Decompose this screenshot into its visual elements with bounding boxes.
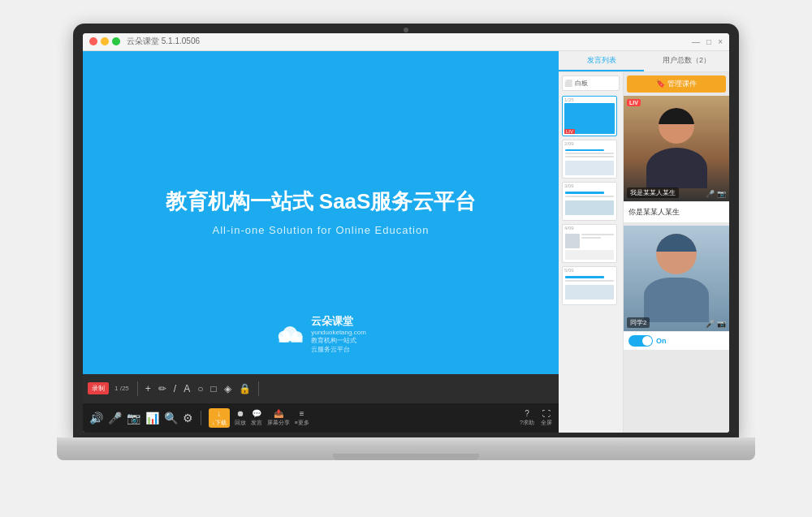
toolbar-settings-item[interactable]: ⚙: [183, 411, 193, 424]
page-indicator: 1 /25: [114, 385, 129, 392]
person-2-hat: [656, 234, 697, 252]
toolbar-zoom-item[interactable]: 🔍: [164, 411, 178, 424]
slide-display: 教育机构一站式 SaaS服务云平台 All-in-one Solution fo…: [83, 51, 559, 374]
whiteboard-button[interactable]: ⬜ 白板: [562, 75, 620, 91]
circle-icon[interactable]: ○: [195, 383, 205, 394]
slide-thumb-1[interactable]: 1/25 LIV: [562, 96, 617, 136]
participant-name-1: 我是某某人某生: [627, 187, 679, 198]
thumb-num-2: 2/09: [563, 140, 616, 147]
logo-text: 云朵课堂 yunduoketang.com 教育机构一站式 云服务云平台: [311, 314, 366, 354]
chat-icon: 💬: [252, 409, 261, 418]
lock-icon[interactable]: 🔒: [236, 383, 253, 394]
thumb-gray-2: [565, 153, 614, 154]
toolbar-stats-item[interactable]: 📊: [145, 411, 159, 424]
recording-button[interactable]: 录制: [88, 382, 109, 394]
participants-area: 🔖 管理课件: [624, 72, 729, 433]
person-2-head: [656, 234, 697, 274]
slide-thumb-5[interactable]: 5/09: [562, 266, 617, 305]
bottom-toolbar: 🔊 🎤 📷 📊 🔍: [83, 403, 559, 433]
slide-sub-title: All-in-one Solution for Online Education: [213, 224, 430, 236]
close-icon[interactable]: ×: [718, 37, 723, 46]
thumb-num-1: 1/25: [563, 97, 616, 103]
slide-main-title: 教育机构一站式 SaaS服务云平台: [166, 188, 477, 216]
logo-desc-1: 教育机构一站式: [311, 336, 366, 345]
more-icon: ≡: [300, 409, 304, 418]
whiteboard-icon: ⬜: [564, 80, 572, 87]
toggle-label: On: [656, 337, 667, 345]
toolbar-divider-1: [137, 381, 138, 396]
thumb-text-4: [581, 234, 614, 248]
cam-status-icon-2: 📷: [717, 320, 726, 328]
slide-logo-area: 云朵课堂 yunduoketang.com 教育机构一站式 云服务云平台: [275, 314, 366, 354]
drawing-toolbar: 录制 1 /25 + ✏ / A ○ □ ◈ 🔒: [83, 374, 559, 403]
thumb-num-3: 3/09: [563, 183, 616, 189]
laptop-wrapper: 云朵课堂 5.1.1.0506 — □ × 教育机构一站式 SaaS服务云平台: [57, 24, 755, 494]
draw-icon[interactable]: +: [143, 383, 153, 394]
thumb-face-4: [565, 234, 580, 248]
maximize-window-btn[interactable]: [112, 37, 120, 45]
chat-message: 你是某某人某生: [624, 201, 729, 222]
toolbar-playback-item[interactable]: ⏺ 回放: [235, 409, 246, 427]
screen-inner: 云朵课堂 5.1.1.0506 — □ × 教育机构一站式 SaaS服务云平台: [83, 33, 729, 433]
thumb-text4: [565, 250, 614, 260]
person-1-hair: [659, 108, 694, 124]
person-2-bg: [624, 226, 729, 331]
right-main-area: ⬜ 白板 1/25 LIV: [559, 72, 729, 433]
thumb-gray-2b: [565, 156, 614, 157]
thumb-num-5: 5/09: [563, 267, 616, 274]
video-placeholder-2: 同学2 🎤 📷: [624, 226, 729, 331]
text-icon[interactable]: A: [181, 383, 192, 394]
participant-video-1: LIV 我是某某人某生 🎤 📷: [624, 96, 729, 201]
toolbar-camera-item[interactable]: 📷: [127, 411, 140, 424]
slide-thumbnails: ⬜ 白板 1/25 LIV: [559, 72, 624, 433]
whiteboard-label: 白板: [575, 79, 588, 88]
thumb-line-2: [565, 149, 604, 152]
share-label: 屏幕分享: [267, 419, 290, 427]
maximize-icon[interactable]: □: [706, 37, 711, 46]
tab-speech-list[interactable]: 发言列表: [559, 51, 644, 71]
mic-icon: 🎤: [108, 411, 122, 424]
manage-icon: 🔖: [656, 80, 667, 88]
toolbar-chat-item[interactable]: 💬 发言: [251, 409, 262, 427]
pencil-icon[interactable]: ✏: [156, 383, 169, 394]
toolbar-mic-item[interactable]: 🎤: [108, 411, 122, 424]
toggle-switch[interactable]: [628, 335, 653, 347]
slide-thumb-3[interactable]: 3/09: [562, 182, 617, 221]
chat-label: 发言: [251, 419, 262, 427]
close-window-btn[interactable]: [89, 37, 97, 45]
toolbar-fullscreen-item[interactable]: ⛶ 全屏: [541, 409, 552, 427]
live-badge: LIV: [564, 129, 575, 134]
toolbar-share-item[interactable]: 📤 屏幕分享: [267, 409, 290, 427]
toolbar-download-item[interactable]: ↓ ↓下载: [209, 408, 230, 428]
logo-desc-2: 云服务云平台: [311, 345, 366, 354]
slide-thumb-4[interactable]: 4/09: [562, 224, 617, 263]
rect-icon[interactable]: □: [208, 383, 218, 394]
window-controls: [89, 37, 120, 45]
logo-name: 云朵课堂: [311, 314, 366, 329]
minimize-window-btn[interactable]: [101, 37, 109, 45]
toolbar-help-item[interactable]: ? ?求助: [520, 409, 534, 427]
fullscreen-icon: ⛶: [542, 409, 551, 418]
thumb-g4a: [581, 234, 614, 235]
toolbar-more-item[interactable]: ≡ ≡更多: [295, 409, 309, 427]
thumb-content-3: [563, 189, 616, 220]
tab-user-count[interactable]: 用户总数（2）: [644, 51, 729, 71]
minimize-icon[interactable]: —: [692, 37, 700, 46]
thumb-img-5: [565, 285, 614, 299]
live-indicator: LIV: [627, 99, 641, 106]
line-icon[interactable]: /: [171, 383, 179, 394]
participant-name-2: 同学2: [627, 317, 650, 328]
slide-thumb-2[interactable]: 2/09: [562, 140, 617, 179]
help-icon: ?: [525, 409, 529, 418]
select-icon[interactable]: ◈: [222, 383, 234, 394]
video-icons-2: 🎤 📷: [706, 320, 726, 328]
toolbar-divider-2: [258, 381, 259, 396]
playback-icon: ⏺: [236, 409, 244, 418]
manage-courseware-button[interactable]: 🔖 管理课件: [627, 75, 726, 93]
help-label: ?求助: [520, 419, 534, 427]
thumb-content-4: [563, 231, 616, 262]
person-1-bg: [624, 96, 729, 201]
toolbar-audio-item[interactable]: 🔊: [89, 411, 103, 424]
download-icon: ↓: [217, 409, 221, 418]
app-content: 教育机构一站式 SaaS服务云平台 All-in-one Solution fo…: [83, 51, 729, 433]
